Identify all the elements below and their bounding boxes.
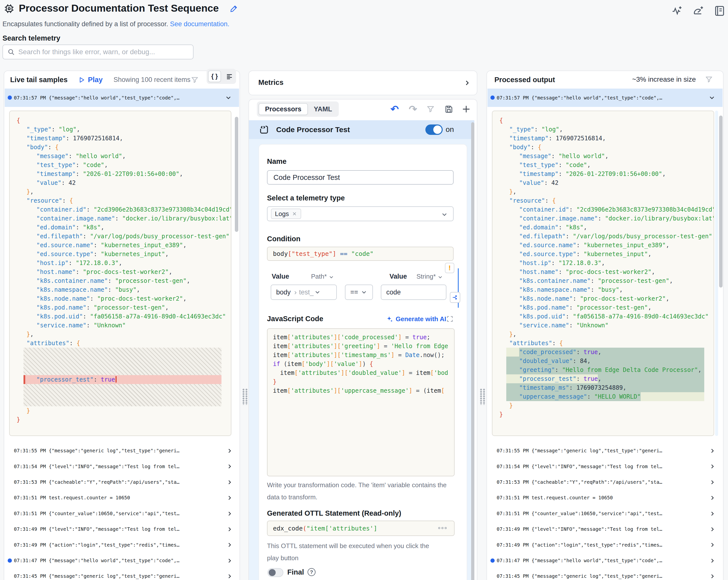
selected-output-row[interactable]: 07:31:57 PM {"message":"hello world","te… bbox=[488, 88, 723, 107]
sample-dot bbox=[8, 558, 12, 563]
tab-processors[interactable]: Processors bbox=[259, 103, 308, 115]
expand-icon[interactable] bbox=[446, 315, 453, 323]
json-line: "message": "hello world", bbox=[10, 152, 231, 161]
page-title: Processor Documentation Test Sequence bbox=[19, 2, 219, 14]
expand-chevron-icon[interactable] bbox=[226, 447, 233, 454]
processor-row[interactable]: Code Processor Test on bbox=[249, 120, 474, 139]
json-view-button[interactable]: { } bbox=[208, 71, 221, 82]
log-row[interactable]: 07:31:53 PM {"cacheable":"Y","reqPath":"… bbox=[5, 474, 240, 490]
json-line: } bbox=[492, 401, 713, 410]
expand-chevron-icon[interactable] bbox=[226, 573, 233, 580]
telemetry-type-select[interactable]: Logs bbox=[267, 206, 453, 221]
expand-chevron-icon[interactable] bbox=[709, 447, 716, 454]
log-row[interactable]: 07:31:51 PM {"counter_value":10650,"serv… bbox=[5, 506, 240, 521]
undo-icon[interactable]: ↶ bbox=[390, 103, 399, 115]
collapse-chevron-icon[interactable] bbox=[708, 94, 716, 102]
expand-chevron-icon[interactable] bbox=[226, 526, 233, 533]
branch-icon[interactable] bbox=[450, 292, 460, 303]
log-row[interactable]: 07:31:53 PM {"cacheable":"Y","reqPath":"… bbox=[488, 474, 723, 490]
processors-scrollbar[interactable] bbox=[471, 122, 474, 580]
expand-chevron-icon[interactable] bbox=[226, 542, 233, 548]
output-scrollbar[interactable] bbox=[719, 115, 723, 288]
expand-chevron-icon[interactable] bbox=[226, 494, 233, 501]
add-dashboard-icon[interactable] bbox=[692, 5, 704, 17]
ottl-menu-icon[interactable] bbox=[438, 527, 447, 529]
live-tail-header: Live tail samples Play Showing 100 recen… bbox=[4, 71, 239, 88]
log-row-text: 07:31:54 PM {"level":"INFO","message":"T… bbox=[497, 464, 662, 469]
notebook-icon[interactable] bbox=[713, 5, 726, 17]
resize-grip-left[interactable] bbox=[242, 389, 248, 405]
live-tail-scrollbar[interactable] bbox=[235, 117, 238, 232]
json-line: "ed.domain": "k8s", bbox=[10, 223, 231, 232]
value-input[interactable]: code bbox=[381, 285, 446, 300]
log-row[interactable]: 07:31:55 PM {"message":"generic log","te… bbox=[5, 443, 240, 458]
expand-chevron-icon[interactable] bbox=[709, 479, 716, 486]
log-row[interactable]: 07:31:49 PM {"action":"login","test_type… bbox=[5, 537, 240, 553]
search-input[interactable]: Search for things like error, warn, or d… bbox=[2, 45, 193, 59]
filter-output-icon[interactable] bbox=[705, 75, 713, 84]
expand-chevron-icon[interactable] bbox=[709, 542, 716, 548]
log-row[interactable]: 07:31:51 PM test.request.counter = 10650 bbox=[5, 490, 240, 505]
log-row-text: 07:31:47 PM {"message":"hello world","te… bbox=[497, 558, 662, 563]
metrics-card[interactable]: Metrics bbox=[249, 71, 477, 95]
name-input[interactable]: Code Processor Test bbox=[267, 170, 453, 185]
path-dropdown[interactable]: body test_ bbox=[271, 285, 337, 300]
expand-chevron-icon[interactable] bbox=[709, 557, 716, 564]
chip-close-icon[interactable] bbox=[292, 211, 297, 216]
log-row[interactable]: 07:31:54 PM {"level":"INFO","message":"T… bbox=[488, 458, 723, 474]
final-help-icon[interactable]: ? bbox=[308, 568, 315, 576]
list-view-icon[interactable] bbox=[226, 73, 233, 80]
expand-chevron-icon[interactable] bbox=[226, 510, 233, 517]
log-row[interactable]: 07:31:49 PM {"level":"INFO","message":"T… bbox=[5, 521, 240, 537]
log-row-text: 07:31:45 PM {"message":"generic log","te… bbox=[14, 573, 179, 579]
processor-toggle[interactable] bbox=[425, 125, 443, 135]
expand-chevron-icon[interactable] bbox=[226, 463, 233, 470]
generate-ai-button[interactable]: Generate with AI bbox=[386, 315, 446, 323]
edit-title-icon[interactable] bbox=[230, 4, 238, 13]
save-icon[interactable] bbox=[444, 105, 453, 113]
add-processor-icon[interactable] bbox=[461, 104, 471, 114]
telemetry-chip[interactable]: Logs bbox=[271, 209, 301, 219]
expand-chevron-icon[interactable] bbox=[709, 510, 716, 517]
log-row[interactable]: 07:31:47 PM {"message":"hello world","te… bbox=[488, 553, 723, 569]
condition-input[interactable]: body["test_type"] == "code" bbox=[267, 247, 453, 261]
value-type-2[interactable]: String* bbox=[416, 273, 443, 280]
js-code-editor[interactable]: item['attributes']['code_processed'] = t… bbox=[267, 328, 454, 476]
redo-icon[interactable]: ↷ bbox=[409, 103, 417, 115]
final-toggle[interactable] bbox=[267, 568, 283, 577]
expand-chevron-icon[interactable] bbox=[709, 526, 716, 533]
log-row[interactable]: 07:31:55 PM {"message":"generic log","te… bbox=[488, 443, 723, 458]
expand-chevron-icon[interactable] bbox=[226, 479, 233, 486]
log-row[interactable]: 07:31:47 PM {"message":"hello world","te… bbox=[5, 553, 240, 569]
tab-yaml[interactable]: YAML bbox=[309, 103, 337, 115]
diff-hatch-band bbox=[24, 348, 222, 375]
json-line: "k8s.pod.name": "processor-test-gen", bbox=[10, 303, 231, 312]
play-button[interactable]: Play bbox=[78, 76, 103, 84]
expand-chevron-icon[interactable] bbox=[709, 463, 716, 470]
value-type-1[interactable]: Path* bbox=[311, 273, 334, 280]
log-row[interactable]: 07:31:49 PM {"action":"login","test_type… bbox=[488, 537, 723, 553]
json-line: "resource": { bbox=[492, 196, 713, 205]
json-line: "value": 42 bbox=[10, 178, 231, 187]
log-row[interactable]: 07:31:45 PM {"message":"generic log","te… bbox=[5, 569, 240, 580]
expand-chevron-icon[interactable] bbox=[709, 494, 716, 501]
collapse-chevron-icon[interactable] bbox=[225, 94, 232, 102]
see-documentation-link[interactable]: See documentation. bbox=[170, 20, 229, 28]
log-row[interactable]: 07:31:54 PM {"level":"INFO","message":"T… bbox=[5, 458, 240, 474]
processed-json: {"_type": "log","timestamp": 17690725168… bbox=[492, 111, 714, 436]
resize-grip-right[interactable] bbox=[479, 389, 486, 405]
selected-log-row[interactable]: 07:31:57 PM {"message":"hello world","te… bbox=[5, 88, 239, 107]
log-row[interactable]: 07:31:51 PM test.request.counter = 10650 bbox=[488, 490, 723, 505]
log-row[interactable]: 07:31:51 PM {"counter_value":10650,"serv… bbox=[488, 506, 723, 521]
filter-processors-icon[interactable] bbox=[426, 105, 435, 113]
metrics-title: Metrics bbox=[258, 78, 284, 87]
metrics-expand-chevron-icon[interactable] bbox=[463, 79, 471, 87]
log-row[interactable]: 07:31:45 PM {"message":"generic log","te… bbox=[488, 569, 723, 580]
add-monitor-icon[interactable] bbox=[671, 5, 683, 17]
log-row[interactable]: 07:31:49 PM {"level":"INFO","message":"T… bbox=[488, 521, 723, 537]
filter-icon[interactable] bbox=[190, 76, 199, 84]
expand-chevron-icon[interactable] bbox=[226, 557, 233, 564]
log-row-text: 07:31:55 PM {"message":"generic log","te… bbox=[14, 448, 179, 453]
operator-dropdown[interactable]: == bbox=[345, 285, 373, 300]
expand-chevron-icon[interactable] bbox=[709, 573, 716, 580]
